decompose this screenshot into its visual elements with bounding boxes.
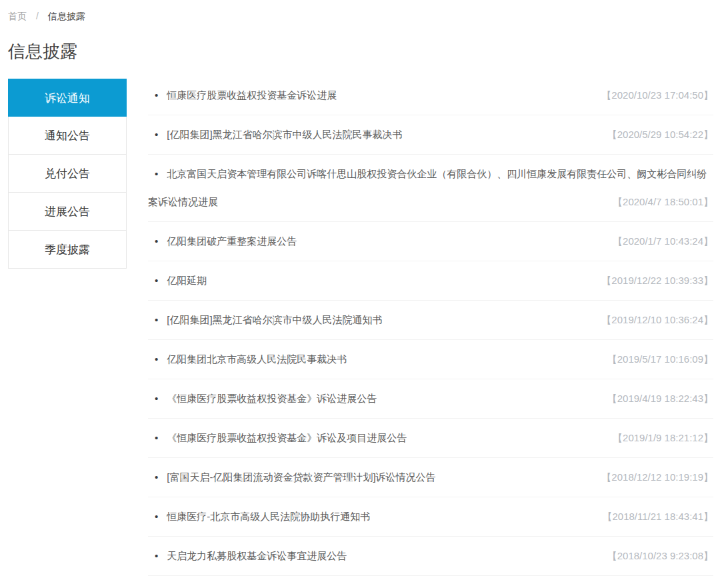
announcement-title-link[interactable]: 《恒康医疗股票收益权投资基金》诉讼及项目进展公告	[167, 432, 407, 443]
announcement-title-link[interactable]: 天启龙力私募股权基金诉讼事宜进展公告	[167, 550, 347, 561]
announcement-row-1[interactable]: •恒康医疗股票收益权投资基金诉讼进展【2020/10/23 17:04:50】	[148, 76, 713, 115]
sidebar-item-4[interactable]: 进展公告	[8, 193, 127, 231]
announcement-row-9[interactable]: •《恒康医疗股票收益权投资基金》诉讼及项目进展公告【2019/1/9 18:21…	[148, 419, 713, 458]
announcement-title-link[interactable]: [亿阳集团]黑龙江省哈尔滨市中级人民法院通知书	[167, 314, 382, 325]
bullet-icon: •	[155, 314, 158, 325]
announcement-date: 【2020/4/7 18:50:01】	[613, 188, 713, 216]
announcement-date: 【2018/9/26 9:19:06】	[613, 581, 713, 588]
announcement-title-link[interactable]: [富国天启-亿阳集团流动资金贷款资产管理计划]诉讼情况公告	[167, 471, 435, 483]
announcement-date: 【2020/5/29 10:54:22】	[607, 121, 713, 149]
bullet-icon: •	[155, 432, 158, 443]
announcement-date: 【2020/1/7 10:43:24】	[613, 227, 713, 255]
sidebar-item-1[interactable]: 诉讼通知	[8, 79, 127, 117]
bullet-icon: •	[155, 129, 158, 140]
announcement-row-7[interactable]: •亿阳集团北京市高级人民法院民事裁决书【2019/5/17 10:16:09】	[148, 340, 713, 379]
announcement-date: 【2019/12/10 10:36:24】	[601, 306, 713, 334]
announcement-date: 【2019/4/19 18:22:43】	[607, 385, 713, 413]
announcement-title-link[interactable]: 恒康医疗-北京市高级人民法院协助执行通知书	[167, 511, 370, 522]
announcement-title-link[interactable]: [亿阳集团]黑龙江省哈尔滨市中级人民法院民事裁决书	[167, 129, 402, 140]
category-sidebar: 诉讼通知 通知公告 兑付公告 进展公告 季度披露	[8, 79, 127, 269]
announcement-title-link[interactable]: 亿阳延期	[167, 275, 207, 286]
breadcrumb-separator: /	[36, 11, 39, 21]
announcement-row-13[interactable]: •天启龙力私募股权基金起诉立案公告【2018/9/26 9:19:06】	[148, 576, 713, 588]
announcement-date: 【2018/12/12 10:19:19】	[601, 463, 713, 491]
announcement-date: 【2019/12/22 10:39:33】	[601, 267, 713, 295]
announcement-title-link[interactable]: 亿阳集团北京市高级人民法院民事裁决书	[167, 353, 347, 365]
bullet-icon: •	[155, 235, 158, 247]
announcement-title-link[interactable]: 亿阳集团破产重整案进展公告	[167, 235, 297, 247]
announcement-title-link[interactable]: 《恒康医疗股票收益权投资基金》诉讼进展公告	[167, 393, 377, 404]
announcement-row-2[interactable]: •[亿阳集团]黑龙江省哈尔滨市中级人民法院民事裁决书【2020/5/29 10:…	[148, 115, 713, 155]
bullet-icon: •	[155, 275, 158, 286]
announcement-date: 【2019/5/17 10:16:09】	[607, 345, 713, 373]
announcement-row-3[interactable]: •北京富国天启资本管理有限公司诉喀什思山股权投资合伙企业（有限合伙）、四川恒康发…	[148, 155, 713, 222]
announcement-date: 【2020/10/23 17:04:50】	[601, 81, 713, 109]
bullet-icon: •	[155, 353, 158, 365]
announcement-row-8[interactable]: •《恒康医疗股票收益权投资基金》诉讼进展公告【2019/4/19 18:22:4…	[148, 379, 713, 419]
sidebar-item-2[interactable]: 通知公告	[8, 117, 127, 155]
breadcrumb-home-link[interactable]: 首页	[8, 11, 27, 21]
announcement-date: 【2019/1/9 18:21:12】	[613, 424, 713, 452]
announcement-row-12[interactable]: •天启龙力私募股权基金诉讼事宜进展公告【2018/10/23 9:23:08】	[148, 537, 713, 576]
announcement-row-5[interactable]: •亿阳延期【2019/12/22 10:39:33】	[148, 261, 713, 301]
announcement-row-6[interactable]: •[亿阳集团]黑龙江省哈尔滨市中级人民法院通知书【2019/12/10 10:3…	[148, 301, 713, 340]
sidebar-item-5[interactable]: 季度披露	[8, 231, 127, 269]
bullet-icon: •	[155, 550, 158, 561]
page-title: 信息披露	[8, 40, 713, 63]
announcement-row-11[interactable]: •恒康医疗-北京市高级人民法院协助执行通知书【2018/11/21 18:43:…	[148, 497, 713, 537]
bullet-icon: •	[155, 511, 158, 522]
information-disclosure-page: 首页 / 信息披露 信息披露 诉讼通知 通知公告 兑付公告 进展公告 季度披露 …	[0, 0, 720, 588]
announcement-row-4[interactable]: •亿阳集团破产重整案进展公告【2020/1/7 10:43:24】	[148, 222, 713, 261]
bullet-icon: •	[155, 168, 158, 179]
announcement-list: •恒康医疗股票收益权投资基金诉讼进展【2020/10/23 17:04:50】 …	[148, 76, 713, 588]
sidebar-item-3[interactable]: 兑付公告	[8, 155, 127, 193]
bullet-icon: •	[155, 89, 158, 101]
content-area: 诉讼通知 通知公告 兑付公告 进展公告 季度披露 •恒康医疗股票收益权投资基金诉…	[8, 79, 713, 588]
announcement-date: 【2018/10/23 9:23:08】	[607, 542, 713, 570]
bullet-icon: •	[155, 471, 158, 483]
announcement-title-link[interactable]: 恒康医疗股票收益权投资基金诉讼进展	[167, 89, 337, 101]
breadcrumb-current: 信息披露	[48, 11, 85, 21]
bullet-icon: •	[155, 393, 158, 404]
breadcrumb: 首页 / 信息披露	[8, 9, 713, 23]
announcement-date: 【2018/11/21 18:43:41】	[602, 503, 713, 531]
announcement-row-10[interactable]: •[富国天启-亿阳集团流动资金贷款资产管理计划]诉讼情况公告【2018/12/1…	[148, 458, 713, 497]
